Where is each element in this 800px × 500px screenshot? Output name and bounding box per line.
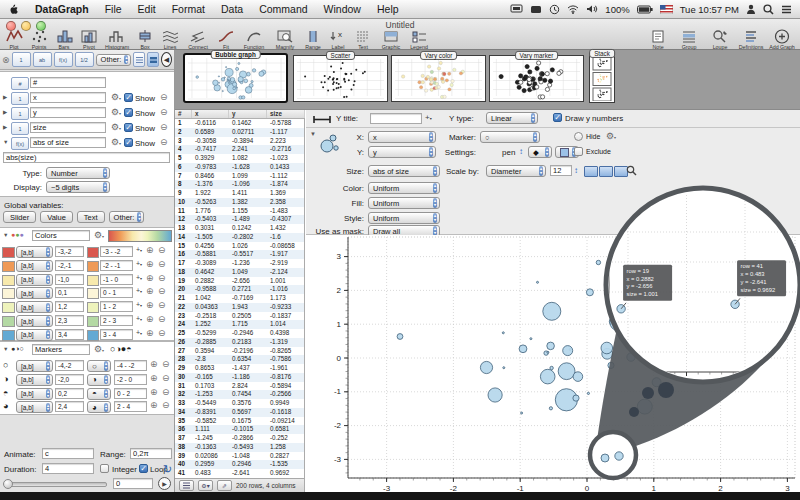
interval-type-dropdown[interactable]: [a,b]▴▾ [16,329,53,341]
variable-gear-icon[interactable]: ⚙▾ [111,93,121,103]
table-row[interactable]: 3-0.3058-0.38942.223 [175,137,304,146]
table-row[interactable]: 25-0.5299-0.29460.4398 [175,329,304,338]
apple-menu-icon[interactable] [0,3,27,15]
toolbar-definitions-button[interactable]: Definitions [736,29,766,50]
table-row[interactable]: 241.2521.7151.014 [175,320,304,329]
table-row[interactable]: 4-0.74172.241-0.2716 [175,145,304,154]
table-body[interactable]: 1-0.61160.1462-0.578820.65890.02711-1.11… [175,119,304,478]
table-row[interactable]: 16-0.5881-0.5517-1.917 [175,250,304,259]
toolbar-bars-button[interactable]: Bars [52,29,76,50]
table-row[interactable]: 290.8653-1.437-1.961 [175,364,304,373]
interval-field[interactable]: 2,4 [55,401,84,412]
toolbar-fit-button[interactable]: Fit [214,29,238,50]
color-rule-row[interactable]: [a,b]▴▾ 1,2 1 - 2 +▾ ⊕ ⊖ [0,300,174,313]
display-mirroring-icon[interactable] [510,4,523,14]
table-row[interactable]: 20-0.95880.2721-1.016 [175,285,304,294]
table-row[interactable]: 23-0.25180.2505-0.1837 [175,312,304,321]
toolbar-text-button[interactable]: Text [351,29,375,50]
interval-field[interactable]: -4,-2 [55,360,84,371]
duration-field[interactable]: 4 [42,463,94,474]
color-swatch[interactable] [87,302,99,313]
table-row[interactable]: 220.043631.943-0.9233 [175,303,304,312]
table-row[interactable]: 1-0.61160.1462-0.5788 [175,119,304,128]
add-row-icon[interactable]: ⊕ [150,401,158,410]
markers-name-field[interactable]: Markers [32,344,90,355]
add-row-icon[interactable]: ⊕ [146,274,154,283]
table-row[interactable]: 37-1.245-0.2866-0.252 [175,434,304,443]
menu-command[interactable]: Command [251,3,315,15]
show-checkbox[interactable]: ✓ [124,123,133,132]
marker-glyph-dropdown[interactable]: ◓▴▾ [87,388,111,400]
device-icon[interactable] [530,5,542,14]
disclosure-icon[interactable]: ▼ [3,346,8,352]
remove-row-icon[interactable]: ⊖ [162,388,170,397]
toolbar-graphic-button[interactable]: Graphic [376,29,406,50]
table-row[interactable]: 35-0.58520.1675-0.09214 [175,417,304,426]
color-rule-row[interactable]: [a,b]▴▾ -2,-1 -2 - -1 +▾ ⊕ ⊖ [0,259,174,272]
menu-edit[interactable]: Edit [130,3,164,15]
color-swatch[interactable] [2,330,15,341]
toolbar-connect-button[interactable]: Connect [183,29,213,50]
table-row[interactable]: 50.39291.082-1.023 [175,154,304,163]
marker-rule-row[interactable]: ○ [a,b]▴▾ -4,-2 ○▴▾ -4 - -2 ⊕ ⊖ [0,359,174,372]
toolbar-magnify-button[interactable]: Magnify [270,29,300,50]
variable-gear-icon[interactable]: ⚙▾ [111,108,121,118]
marker-rule-row[interactable]: ◓ [a,b]▴▾ 0,2 ◓▴▾ 0 - 2 ⊕ ⊖ [0,387,174,400]
interval-type-dropdown[interactable]: [a,b]▴▾ [16,274,53,286]
colors-header[interactable]: ▼ ●●● Colors ⚙▾ [0,229,174,242]
column-header-size[interactable]: size [267,110,305,118]
variable-row-absofsize[interactable]: ▼f(x)abs of size⚙▾✓Show⊖ [0,136,174,150]
table-row[interactable]: 20.65890.02711-1.117 [175,128,304,137]
animation-value-field[interactable]: 0 [113,478,153,489]
table-row[interactable]: 400.29590.2946-1.535 [175,460,304,469]
color-swatch[interactable] [2,261,15,272]
interval-field[interactable]: -3,-2 [55,246,84,257]
variable-row-size[interactable]: ▶1size⚙▾✓Show⊖ [0,121,174,135]
color-swatch[interactable] [2,275,15,286]
add-option-icon[interactable]: +▾ [136,329,142,336]
remove-row-icon[interactable]: ⊖ [158,329,166,338]
interval-type-dropdown[interactable]: [a,b]▴▾ [16,287,53,299]
add-row-icon[interactable]: ⊕ [146,329,154,338]
add-option-icon[interactable]: +▾ [136,287,142,294]
global-slider-button[interactable]: Slider [3,211,36,223]
menu-data[interactable]: Data [213,3,251,15]
add-row-icon[interactable]: ⊕ [146,287,154,296]
show-checkbox[interactable]: ✓ [124,93,133,102]
table-gear-icon[interactable]: ⚙▾ [198,480,213,491]
integer-checkbox[interactable] [100,464,109,473]
detail-view-icon[interactable] [147,52,159,67]
table-row[interactable]: 130.30310.12421.432 [175,224,304,233]
toolbar-note-button[interactable]: Note [643,29,673,50]
add-option-icon[interactable]: +▾ [136,274,142,281]
add-row-icon[interactable]: ⊕ [150,388,158,397]
color-rule-row[interactable]: [a,b]▴▾ 3,4 3 - 4 +▾ ⊕ ⊖ [0,328,174,341]
interval-field[interactable]: 2,3 [55,315,84,326]
menu-app-name[interactable]: DataGraph [27,3,97,15]
toolbar-box-button[interactable]: Box [133,29,157,50]
time-machine-icon[interactable] [549,4,560,15]
markers-header[interactable]: ▼ ●◑○ Markers ⚙▾ ○◑●◓ [0,343,174,356]
play-animation-button[interactable]: ▶ [158,477,171,490]
color-rule-row[interactable]: [a,b]▴▾ -3,-2 -3 - -2 +▾ ⊕ ⊖ [0,245,174,258]
remove-row-icon[interactable]: ⊖ [158,315,166,324]
table-row[interactable]: 33-0.54490.35760.9949 [175,399,304,408]
battery-percentage[interactable]: 100% [605,4,629,15]
remove-variable-icon[interactable]: ⊖ [160,123,168,132]
interval-field[interactable]: 0,2 [55,388,84,399]
global-value-button[interactable]: Value [40,211,73,223]
column-header-x[interactable]: x [192,110,229,118]
expression-field[interactable]: abs(size) [3,152,170,163]
table-expand-icon[interactable]: ⇗ [217,480,232,491]
table-row[interactable]: 180.46421.049-2.124 [175,268,304,277]
toolbar-loupe-button[interactable]: Loupe [705,29,735,50]
color-swatch[interactable] [87,316,99,327]
color-rule-row[interactable]: [a,b]▴▾ 0,1 0 - 1 +▾ ⊕ ⊖ [0,286,174,299]
toolbar-label-button[interactable]: xLabel [326,29,350,50]
column-type-ab-button[interactable]: ab [33,52,52,67]
colors-name-field[interactable]: Colors [32,230,90,241]
column-header-y[interactable]: y [229,110,267,118]
interval-type-dropdown[interactable]: [a,b]▴▾ [16,360,53,372]
interval-field[interactable]: -2,-1 [55,260,84,271]
marker-glyph-dropdown[interactable]: ○▴▾ [87,360,111,372]
